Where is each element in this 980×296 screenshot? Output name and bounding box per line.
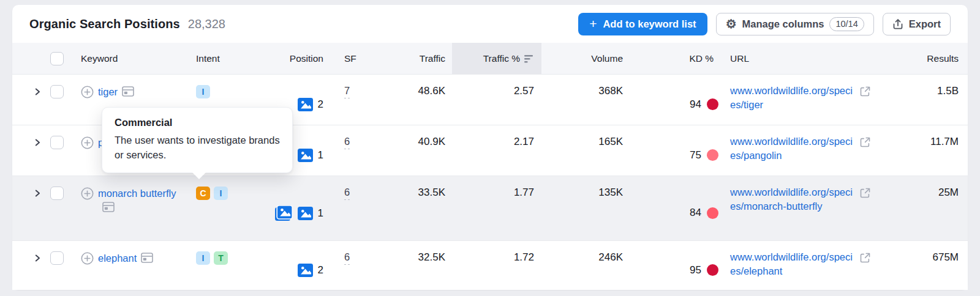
kd-difficulty-dot <box>707 207 718 219</box>
traffic-value: 40.9K <box>355 125 452 176</box>
card-header: Organic Search Positions 28,328 + Add to… <box>12 5 968 43</box>
external-link-icon[interactable] <box>859 86 871 97</box>
add-keyword-icon[interactable] <box>81 136 94 149</box>
header-expand-spacer <box>29 43 49 74</box>
traffic-pct-label: Traffic % <box>483 53 520 64</box>
volume-value: 246K <box>541 241 631 290</box>
keyword-link[interactable]: elephant <box>98 251 153 267</box>
table-row: monarch butterflyCI1633.5K1.77135K84www.… <box>12 176 968 240</box>
image-pack-icon[interactable] <box>275 205 293 221</box>
position-value: 1 <box>318 207 323 220</box>
row-checkbox[interactable] <box>50 187 64 200</box>
chevron-right-icon[interactable] <box>33 138 49 147</box>
position-value: 2 <box>318 264 323 276</box>
external-link-icon[interactable] <box>859 252 871 264</box>
manage-columns-button[interactable]: ⚙ Manage columns 10/14 <box>716 13 874 35</box>
row-checkbox[interactable] <box>50 85 64 98</box>
header-actions: + Add to keyword list ⚙ Manage columns 1… <box>578 13 951 35</box>
traffic-pct-value: 1.72 <box>452 241 541 290</box>
gear-icon: ⚙ <box>726 18 737 30</box>
tooltip-title: Commercial <box>115 117 280 128</box>
manage-columns-label: Manage columns <box>742 18 824 30</box>
kd-value: 94 <box>690 98 701 111</box>
chevron-right-icon[interactable] <box>33 87 49 96</box>
add-keyword-icon[interactable] <box>81 252 94 265</box>
traffic-value: 32.5K <box>355 241 452 290</box>
intent-badge-i[interactable]: I <box>214 187 228 200</box>
intent-badge-i[interactable]: I <box>196 251 210 265</box>
row-checkbox[interactable] <box>50 136 64 149</box>
sf-value[interactable]: 6 <box>344 251 350 265</box>
position-value: 2 <box>318 98 323 111</box>
results-value: 11.7M <box>876 125 962 176</box>
url-link[interactable]: www.worldwildlife.org/species/monarch-bu… <box>730 185 855 213</box>
add-keyword-icon[interactable] <box>81 187 94 200</box>
position-value: 1 <box>318 149 323 161</box>
add-to-keyword-list-button[interactable]: + Add to keyword list <box>578 13 707 35</box>
add-keyword-icon[interactable] <box>81 86 94 98</box>
plus-icon: + <box>589 17 597 30</box>
column-header-kd[interactable]: KD % <box>631 43 723 74</box>
serp-features-icon[interactable] <box>102 203 115 214</box>
traffic-value: 48.6K <box>355 75 452 125</box>
url-link[interactable]: www.worldwildlife.org/species/pangolin <box>730 135 855 163</box>
total-count: 28,328 <box>188 17 225 31</box>
table-header-row: Keyword Intent Position SF Traffic Traff… <box>12 43 968 75</box>
intent-badge-t[interactable]: T <box>214 251 228 265</box>
title-wrap: Organic Search Positions 28,328 <box>29 17 225 31</box>
keyword-link[interactable]: tiger <box>98 85 134 100</box>
export-label: Export <box>909 18 941 30</box>
row-checkbox[interactable] <box>50 251 64 265</box>
intent-badge-c[interactable]: C <box>196 187 210 200</box>
external-link-icon[interactable] <box>859 187 871 199</box>
image-serp-icon[interactable] <box>298 98 313 111</box>
traffic-value: 33.5K <box>355 176 452 240</box>
select-all-cell <box>49 43 75 74</box>
kd-value: 95 <box>690 264 701 276</box>
kd-value: 84 <box>690 207 701 219</box>
image-serp-icon[interactable] <box>298 264 313 277</box>
keyword-link[interactable]: monarch butterfly <box>98 187 185 216</box>
page-title: Organic Search Positions <box>29 17 180 31</box>
volume-value: 368K <box>541 75 631 125</box>
tooltip-body: The user wants to investigate brands or … <box>115 133 280 162</box>
image-serp-icon[interactable] <box>298 149 313 162</box>
sf-value[interactable]: 7 <box>344 85 350 98</box>
column-header-intent[interactable]: Intent <box>196 43 270 74</box>
results-value: 1.5B <box>876 75 962 125</box>
column-header-traffic-pct[interactable]: Traffic % <box>452 43 541 74</box>
traffic-pct-value: 2.57 <box>452 75 541 125</box>
intent-badge-i[interactable]: I <box>196 85 210 98</box>
volume-value: 135K <box>541 176 631 240</box>
column-header-url[interactable]: URL <box>723 43 876 74</box>
sort-desc-icon <box>524 54 534 63</box>
column-header-position[interactable]: Position <box>270 43 328 74</box>
column-header-sf[interactable]: SF <box>328 43 355 74</box>
serp-features-icon[interactable] <box>122 87 134 98</box>
organic-search-positions-card: Organic Search Positions 28,328 + Add to… <box>12 5 968 290</box>
chevron-right-icon[interactable] <box>33 189 49 198</box>
kd-value: 75 <box>690 149 701 161</box>
results-value: 675M <box>876 241 962 290</box>
export-button[interactable]: Export <box>883 13 951 35</box>
column-header-results[interactable]: Results <box>876 43 962 74</box>
external-link-icon[interactable] <box>859 136 871 148</box>
url-link[interactable]: www.worldwildlife.org/species/elephant <box>730 250 855 278</box>
chevron-right-icon[interactable] <box>33 254 49 262</box>
upload-icon <box>892 18 903 30</box>
url-link[interactable]: www.worldwildlife.org/species/tiger <box>730 84 855 112</box>
kd-difficulty-dot <box>707 149 718 161</box>
sf-value[interactable]: 6 <box>344 136 350 149</box>
column-header-keyword[interactable]: Keyword <box>75 43 196 74</box>
columns-count-badge: 10/14 <box>829 17 864 31</box>
select-all-checkbox[interactable] <box>50 52 64 65</box>
kd-difficulty-dot <box>707 98 718 110</box>
table-row: elephantIT2632.5K1.72246K95www.worldwild… <box>12 240 968 290</box>
serp-features-icon[interactable] <box>141 254 153 265</box>
sf-value[interactable]: 6 <box>344 187 350 200</box>
traffic-pct-value: 1.77 <box>452 176 541 240</box>
image-serp-icon[interactable] <box>298 207 313 220</box>
column-header-traffic[interactable]: Traffic <box>355 43 452 74</box>
column-header-volume[interactable]: Volume <box>541 43 631 74</box>
add-to-keyword-list-label: Add to keyword list <box>603 18 696 30</box>
